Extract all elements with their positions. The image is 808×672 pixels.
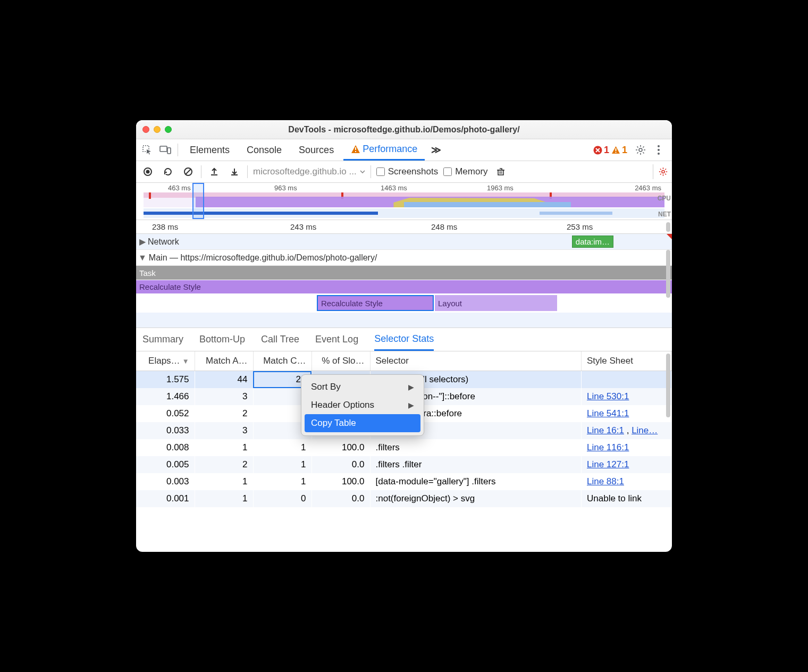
recalculate-style-bar[interactable]: Recalculate Style	[136, 280, 672, 293]
upload-icon[interactable]	[207, 164, 222, 179]
window-title: DevTools - microsoftedge.github.io/Demos…	[136, 125, 672, 135]
reload-icon[interactable]	[161, 164, 175, 179]
svg-rect-2	[167, 148, 171, 154]
tab-summary[interactable]: Summary	[142, 328, 183, 351]
svg-rect-7	[615, 152, 616, 153]
garbage-collect-icon[interactable]	[493, 164, 508, 179]
svg-point-13	[146, 170, 150, 174]
record-icon[interactable]	[140, 164, 155, 179]
time-ruler: 238 ms 243 ms 248 ms 253 ms	[136, 220, 672, 234]
zoom-window-button[interactable]	[165, 126, 172, 133]
layout-bar[interactable]: Layout	[435, 295, 557, 311]
more-tabs-icon[interactable]: ≫	[427, 139, 445, 161]
tab-elements[interactable]: Elements	[182, 139, 237, 161]
kebab-menu-icon[interactable]	[651, 142, 667, 158]
long-task-indicator-icon	[667, 234, 672, 239]
flame-chart[interactable]: ▶ Network data:im… ▼ Main — https://micr…	[136, 234, 672, 328]
stylesheet-link[interactable]: Line 127:1	[587, 459, 629, 469]
svg-rect-3	[355, 147, 356, 150]
menu-sort-by[interactable]: Sort By ▶	[301, 378, 424, 396]
tab-call-tree[interactable]: Call Tree	[261, 328, 299, 351]
device-toolbar-icon[interactable]	[157, 142, 173, 158]
task-bar[interactable]: Task	[136, 266, 672, 280]
tab-console[interactable]: Console	[239, 139, 289, 161]
svg-point-11	[658, 153, 660, 155]
svg-point-10	[658, 149, 660, 151]
main-panel-tabs: Elements Console Sources Performance ≫ 1…	[136, 139, 672, 161]
table-row[interactable]: 0.00811100.0.filtersLine 116:1	[136, 439, 672, 456]
detail-tabs: Summary Bottom-Up Call Tree Event Log Se…	[136, 328, 672, 351]
table-scrollbar[interactable]	[666, 354, 670, 417]
svg-line-15	[186, 169, 191, 174]
col-stylesheet[interactable]: Style Sheet	[582, 351, 672, 371]
tab-event-log[interactable]: Event Log	[315, 328, 358, 351]
recording-selector[interactable]: microsoftedge.github.io ...	[253, 166, 365, 177]
stylesheet-link[interactable]: Line 541:1	[587, 408, 629, 418]
inspect-element-icon[interactable]	[139, 142, 155, 158]
memory-checkbox[interactable]: Memory	[443, 166, 487, 177]
svg-point-9	[658, 145, 660, 147]
menu-copy-table[interactable]: Copy Table	[305, 414, 420, 432]
tab-bottom-up[interactable]: Bottom-Up	[199, 328, 245, 351]
screenshots-checkbox[interactable]: Screenshots	[376, 166, 439, 177]
flame-scrollbar[interactable]	[666, 250, 670, 298]
main-track-header[interactable]: ▼ Main — https://microsoftedge.github.io…	[136, 250, 672, 266]
svg-point-8	[639, 148, 642, 152]
network-track-header[interactable]: ▶ Network data:im…	[136, 234, 672, 250]
selector-stats-table: Elaps…▼ Match A… Match C… % of Slo… Sele…	[136, 351, 672, 552]
stylesheet-link[interactable]: Line 116:1	[587, 442, 629, 452]
stylesheet-link[interactable]: Line 16:1	[587, 425, 624, 435]
tab-selector-stats[interactable]: Selector Stats	[374, 328, 434, 351]
minimize-window-button[interactable]	[154, 126, 161, 133]
stylesheet-link[interactable]: Line 88:1	[587, 476, 624, 486]
performance-toolbar: microsoftedge.github.io ... Screenshots …	[136, 161, 672, 183]
download-icon[interactable]	[227, 164, 242, 179]
col-match-attempts[interactable]: Match A…	[195, 351, 253, 371]
error-count[interactable]: 1	[593, 145, 609, 156]
svg-rect-1	[160, 146, 167, 152]
svg-point-20	[662, 170, 664, 173]
chevron-down-icon	[360, 170, 365, 173]
tab-performance-label: Performance	[363, 144, 417, 155]
traffic-lights	[142, 126, 172, 133]
capture-settings-icon[interactable]	[653, 164, 668, 179]
clear-icon[interactable]	[181, 164, 196, 179]
recalculate-style-selected[interactable]: Recalculate Style	[317, 295, 434, 311]
warning-count[interactable]: 1	[611, 145, 627, 156]
stylesheet-link[interactable]: Line…	[632, 425, 658, 435]
overview-range-handle[interactable]	[192, 183, 204, 219]
devtools-window: DevTools - microsoftedge.github.io/Demos…	[136, 120, 672, 552]
tab-performance[interactable]: Performance	[343, 139, 425, 161]
network-request-bar[interactable]: data:im…	[572, 236, 613, 248]
table-row[interactable]: 0.005210.0.filters .filterLine 127:1	[136, 456, 672, 473]
ruler-scrollbar[interactable]	[666, 222, 670, 232]
col-selector[interactable]: Selector	[370, 351, 582, 371]
collapse-icon: ▶	[139, 237, 146, 247]
chevron-right-icon: ▶	[408, 383, 414, 391]
sort-desc-icon: ▼	[182, 357, 189, 365]
table-row[interactable]: 0.001100.0:not(foreignObject) > svgUnabl…	[136, 490, 672, 507]
settings-icon[interactable]	[633, 142, 649, 158]
tab-sources[interactable]: Sources	[291, 139, 341, 161]
col-pct-slow[interactable]: % of Slo…	[312, 351, 370, 371]
titlebar: DevTools - microsoftedge.github.io/Demos…	[136, 120, 672, 139]
timeline-overview[interactable]: 463 ms 963 ms 1463 ms 1963 ms 2463 ms CP…	[136, 183, 672, 220]
menu-header-options[interactable]: Header Options ▶	[301, 396, 424, 414]
close-window-button[interactable]	[142, 126, 149, 133]
svg-rect-6	[615, 148, 616, 151]
stylesheet-link[interactable]: Line 530:1	[587, 391, 629, 401]
table-context-menu: Sort By ▶ Header Options ▶ Copy Table	[301, 374, 424, 436]
col-match-count[interactable]: Match C…	[253, 351, 312, 371]
table-row[interactable]: 0.00311100.0[data-module="gallery"] .fil…	[136, 473, 672, 490]
col-elapsed[interactable]: Elaps…▼	[136, 351, 195, 371]
svg-rect-4	[355, 151, 356, 152]
chevron-right-icon: ▶	[408, 401, 414, 409]
expand-icon: ▼	[138, 253, 147, 263]
